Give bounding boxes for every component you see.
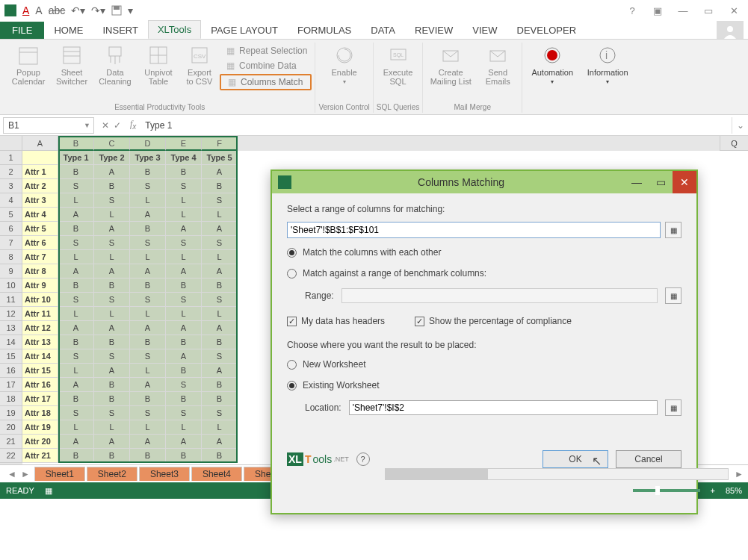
- tab-insert[interactable]: INSERT: [93, 21, 147, 39]
- row-header[interactable]: 7: [0, 236, 22, 250]
- cell[interactable]: B: [130, 392, 166, 406]
- cell[interactable]: L: [94, 307, 130, 321]
- cell[interactable]: Attr 2: [22, 179, 58, 193]
- column-header[interactable]: E: [166, 136, 202, 151]
- radio-match-each-other[interactable]: Match the columns with each other: [287, 246, 681, 259]
- tab-pagelayout[interactable]: PAGE LAYOUT: [201, 21, 288, 39]
- popup-calendar-button[interactable]: Popup Calendar: [7, 43, 49, 86]
- tab-data[interactable]: DATA: [361, 21, 405, 39]
- cell[interactable]: Attr 12: [22, 321, 58, 335]
- cancel-formula-icon[interactable]: ✕: [102, 120, 109, 131]
- cell[interactable]: [22, 151, 58, 165]
- cell[interactable]: L: [94, 420, 130, 435]
- cell[interactable]: L: [58, 307, 94, 321]
- cell[interactable]: B: [130, 222, 166, 236]
- cell[interactable]: A: [166, 435, 202, 449]
- cell[interactable]: L: [202, 420, 238, 435]
- cell[interactable]: A: [202, 264, 238, 279]
- cell[interactable]: A: [94, 435, 130, 449]
- column-header[interactable]: A: [22, 136, 58, 151]
- cell[interactable]: A: [166, 349, 202, 364]
- column-header[interactable]: C: [94, 136, 130, 151]
- close-icon[interactable]: ✕: [724, 5, 744, 16]
- row-header[interactable]: 6: [0, 222, 22, 236]
- cell[interactable]: A: [94, 321, 130, 335]
- cell[interactable]: Attr 13: [22, 335, 58, 349]
- cell[interactable]: L: [58, 420, 94, 435]
- zoom-level[interactable]: 85%: [726, 486, 742, 495]
- cell[interactable]: A: [94, 264, 130, 279]
- cell[interactable]: B: [166, 364, 202, 378]
- cell[interactable]: Attr 16: [22, 378, 58, 392]
- cell[interactable]: Attr 15: [22, 364, 58, 378]
- file-tab[interactable]: FILE: [0, 22, 44, 39]
- cell[interactable]: L: [94, 250, 130, 264]
- row-header[interactable]: 15: [0, 349, 22, 364]
- row-header[interactable]: 21: [0, 435, 22, 449]
- send-emails-button[interactable]: Send Emails: [477, 43, 519, 86]
- range-picker-icon[interactable]: ▦: [665, 222, 681, 238]
- macro-record-icon[interactable]: ▦: [45, 486, 52, 496]
- automation-button[interactable]: Automation▾: [525, 43, 579, 85]
- cell[interactable]: A: [130, 378, 166, 392]
- cell[interactable]: A: [166, 222, 202, 236]
- cell[interactable]: Type 4: [166, 151, 202, 165]
- cell[interactable]: L: [130, 307, 166, 321]
- cell[interactable]: S: [166, 293, 202, 307]
- dialog-close-icon[interactable]: ✕: [673, 171, 696, 193]
- cell[interactable]: A: [94, 165, 130, 179]
- sheet-tab[interactable]: Sheet2: [87, 467, 137, 481]
- undo-icon[interactable]: ↶▾: [71, 4, 85, 16]
- checkbox-has-headers[interactable]: ✓ My data has headers: [287, 316, 385, 326]
- cell[interactable]: L: [58, 364, 94, 378]
- cell[interactable]: A: [94, 364, 130, 378]
- cell[interactable]: B: [94, 335, 130, 349]
- zoom-slider[interactable]: [633, 489, 700, 492]
- help-icon[interactable]: ?: [622, 5, 642, 16]
- cell[interactable]: Attr 20: [22, 435, 58, 449]
- cell[interactable]: Attr 7: [22, 250, 58, 264]
- cell[interactable]: S: [166, 179, 202, 193]
- create-mailing-button[interactable]: Create Mailing List: [426, 43, 475, 86]
- dialog-titlebar[interactable]: Columns Matching — ▭ ✕: [272, 171, 696, 193]
- qat-more-icon[interactable]: ▾: [128, 4, 133, 16]
- radio-new-worksheet[interactable]: New Worksheet: [287, 358, 681, 371]
- match-range-input[interactable]: [287, 222, 661, 238]
- row-header[interactable]: 8: [0, 250, 22, 264]
- cell[interactable]: S: [94, 406, 130, 420]
- row-header[interactable]: 19: [0, 406, 22, 420]
- row-header[interactable]: 14: [0, 335, 22, 349]
- cell[interactable]: S: [58, 236, 94, 250]
- name-box[interactable]: B1▼: [3, 117, 94, 134]
- cell[interactable]: A: [58, 378, 94, 392]
- cell[interactable]: A: [130, 321, 166, 335]
- cell[interactable]: S: [130, 293, 166, 307]
- cell[interactable]: A: [202, 222, 238, 236]
- cell[interactable]: L: [94, 208, 130, 222]
- cell[interactable]: B: [202, 392, 238, 406]
- enable-button[interactable]: Enable▾: [324, 43, 365, 85]
- cell[interactable]: S: [94, 193, 130, 208]
- cell[interactable]: L: [58, 250, 94, 264]
- sheet-nav-prev-icon[interactable]: ◄: [7, 469, 16, 479]
- cell[interactable]: Attr 9: [22, 279, 58, 293]
- cell[interactable]: L: [166, 250, 202, 264]
- cell[interactable]: B: [166, 279, 202, 293]
- cell[interactable]: Type 1: [58, 151, 94, 165]
- execute-sql-button[interactable]: SQL Execute SQL: [377, 43, 419, 86]
- sheet-tab[interactable]: Sheet3: [139, 467, 190, 481]
- sheet-nav-next-icon[interactable]: ►: [21, 469, 30, 479]
- qat-font-icon[interactable]: A: [35, 4, 42, 16]
- column-header-q[interactable]: Q: [720, 136, 748, 151]
- dialog-minimize-icon[interactable]: —: [625, 171, 649, 193]
- cell[interactable]: B: [202, 179, 238, 193]
- cell[interactable]: B: [130, 165, 166, 179]
- cell[interactable]: Attr 18: [22, 406, 58, 420]
- cell[interactable]: S: [202, 406, 238, 420]
- expand-formula-icon[interactable]: ⌄: [732, 117, 748, 134]
- cell[interactable]: B: [202, 449, 238, 463]
- export-csv-button[interactable]: CSV Export to CSV: [181, 43, 218, 86]
- cell[interactable]: B: [94, 449, 130, 463]
- cell[interactable]: Type 5: [202, 151, 238, 165]
- cell[interactable]: Attr 21: [22, 449, 58, 463]
